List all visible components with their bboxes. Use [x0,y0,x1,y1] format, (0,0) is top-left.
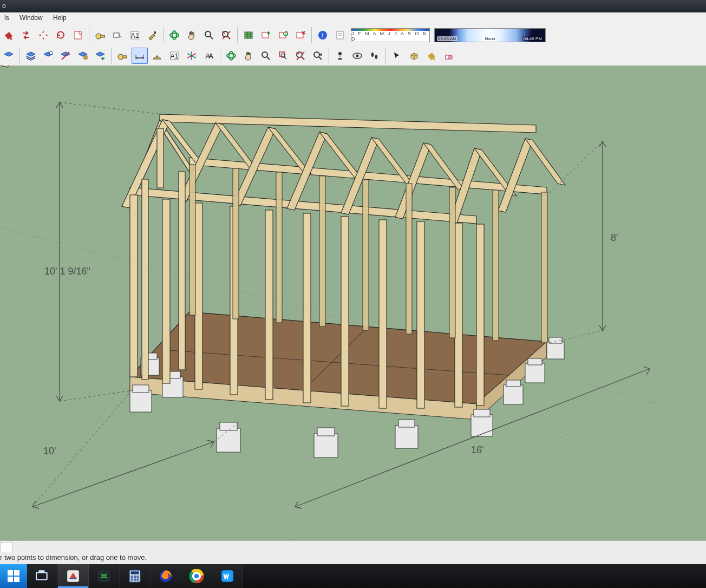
eraser-icon[interactable] [441,48,457,64]
svg-rect-27 [504,385,523,404]
pan-icon[interactable] [184,27,200,43]
label-icon[interactable] [109,27,126,43]
svg-rect-18 [474,409,490,417]
dimension-icon[interactable] [132,48,148,64]
toolbar-separator [329,48,329,64]
dim-width-front[interactable]: 10' [43,446,56,457]
axis-icon[interactable] [184,48,200,64]
calculator-app[interactable] [120,564,151,588]
menu-window[interactable]: Window [15,12,47,23]
taskview[interactable] [27,564,58,588]
layers-all-icon[interactable] [23,48,39,64]
scene-delete-icon[interactable] [292,27,309,43]
page-icon[interactable] [70,27,86,43]
svg-rect-13 [314,434,338,458]
svg-rect-71 [142,179,148,380]
hide-icon[interactable] [18,27,34,43]
sketchup-app[interactable] [58,564,89,588]
svg-rect-62 [189,165,195,315]
look-around-icon[interactable] [349,48,365,64]
svg-rect-73 [157,128,164,188]
position-camera-icon[interactable] [332,48,348,64]
toolbar-separator [163,27,164,43]
toolbar-separator [111,48,112,64]
svg-rect-67 [406,184,412,334]
shadow-time-slider[interactable]: 06:43 AMNoon04:45 PM [434,28,546,42]
dim-wall-right[interactable]: 8' [611,232,618,244]
3dtext-icon[interactable] [201,48,217,64]
svg-rect-16 [398,420,415,427]
svg-rect-63 [233,168,239,319]
scene-tab-blank[interactable] [0,542,13,552]
svg-rect-59 [417,221,424,408]
svg-rect-57 [341,217,349,406]
svg-rect-70 [541,192,547,343]
status-hint: r two points to dimension, or drag one t… [0,553,147,561]
dim-height-left[interactable]: 10' 1 9/16" [44,266,90,277]
refresh-icon[interactable] [53,27,69,43]
zoom-icon[interactable] [201,27,217,43]
note-icon[interactable] [332,27,348,43]
scene-update-icon[interactable] [275,27,291,43]
select-icon[interactable] [389,48,405,64]
xbox-app[interactable] [89,564,120,588]
firefox-app[interactable] [151,564,181,588]
svg-rect-56 [303,213,311,403]
svg-rect-15 [395,426,418,448]
svg-rect-53 [195,203,202,389]
svg-rect-72 [179,172,185,370]
orbit2-icon[interactable] [223,48,239,64]
zoom-extents2-icon[interactable] [292,48,309,64]
shadow-month-slider[interactable]: J F M A M J J A S O N D [351,28,430,42]
menu-tools[interactable]: ls [0,12,14,23]
dim-length-right[interactable]: 16' [471,445,483,456]
menu-help[interactable]: Help [49,12,71,23]
svg-rect-11 [217,428,240,452]
svg-rect-28 [506,380,520,387]
component-icon[interactable] [406,48,422,64]
paint-bucket-icon[interactable] [1,27,17,43]
layer-hidden-icon[interactable] [57,48,74,64]
layer-single-icon[interactable] [40,48,56,64]
svg-rect-65 [319,176,325,326]
zoom-prev-icon[interactable] [310,48,326,64]
orbit-icon[interactable] [166,27,182,43]
pan2-icon[interactable] [240,48,257,64]
scene-add-icon[interactable] [258,27,274,43]
tape-icon[interactable] [92,27,108,43]
svg-rect-66 [363,180,369,330]
svg-rect-60 [455,223,462,407]
protractor-icon[interactable] [149,48,165,64]
zoom2-icon[interactable] [258,48,274,64]
toolbar-separator [237,27,238,43]
svg-rect-17 [471,415,493,436]
svg-rect-64 [276,172,282,323]
layer-icon[interactable] [1,48,17,64]
text2-icon[interactable] [166,48,182,64]
svg-rect-10 [133,385,149,393]
svg-rect-51 [130,195,138,377]
svg-rect-58 [379,220,387,408]
zoom-extent-icon[interactable] [218,27,234,43]
start-button[interactable] [0,564,27,588]
move-icon[interactable] [35,27,51,43]
map-icon[interactable] [240,27,257,43]
svg-rect-61 [476,224,484,406]
svg-rect-12 [220,422,237,430]
text-icon[interactable] [127,27,143,43]
menubar: ls Window Help [0,12,706,24]
chrome-app[interactable] [181,564,212,588]
walk-icon[interactable] [367,48,383,64]
zoom-window-icon[interactable] [275,48,291,64]
axis-brush-icon[interactable] [144,27,160,43]
layer-fill-icon[interactable] [75,48,91,64]
wps-app[interactable] [212,564,243,588]
svg-rect-55 [265,210,273,400]
svg-rect-14 [317,428,335,436]
toolbar-row-1: J F M A M J J A S O N D06:43 AMNoon04:45… [0,25,548,45]
layer-add-icon[interactable] [92,48,108,64]
paint2-icon[interactable] [423,48,440,64]
info-icon[interactable] [315,27,331,43]
model-viewport[interactable]: 10' 1 9/16" 10' 16' 8' [0,66,706,540]
tape2-icon[interactable] [114,48,130,64]
